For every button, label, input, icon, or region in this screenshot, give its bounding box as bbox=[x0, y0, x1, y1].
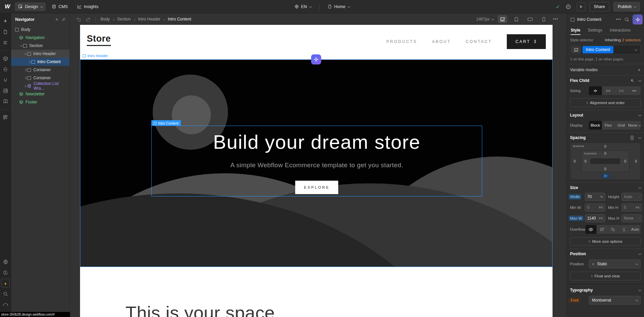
pin-icon[interactable] bbox=[62, 17, 66, 21]
element-options-icon[interactable]: ••• bbox=[616, 17, 621, 22]
design-mode-button[interactable]: Design bbox=[15, 2, 46, 11]
expander-icon[interactable] bbox=[19, 45, 23, 47]
margin-right-value[interactable]: 0 bbox=[635, 159, 637, 163]
breadcrumb-section[interactable]: Section bbox=[117, 17, 130, 21]
sizing-more-option[interactable]: ••• bbox=[628, 86, 641, 95]
cms-button[interactable]: CMS bbox=[48, 2, 71, 11]
breakpoint-tablet-button[interactable] bbox=[512, 15, 521, 23]
font-dropdown[interactable]: Montserrat bbox=[589, 296, 641, 305]
navigator-row-intro-content[interactable]: Intro Content bbox=[11, 58, 70, 66]
publish-button[interactable]: Publish bbox=[613, 2, 640, 11]
libraries-icon[interactable] bbox=[1, 97, 10, 106]
expander-icon[interactable] bbox=[23, 53, 27, 55]
next-section-heading[interactable]: This is your space bbox=[125, 302, 275, 317]
navigator-row-newsletter[interactable]: Newsletter bbox=[11, 90, 70, 98]
padding-left-value[interactable]: 0 bbox=[584, 159, 586, 163]
add-elements-icon[interactable]: + bbox=[1, 17, 10, 26]
tab-settings[interactable]: Settings bbox=[588, 26, 602, 35]
intro-content-selection[interactable]: Intro Content Build your dream store A s… bbox=[151, 126, 482, 196]
zoom-icon[interactable] bbox=[1, 289, 10, 298]
cart-button[interactable]: CART 3 bbox=[507, 34, 546, 49]
navigator-row-intro-header[interactable]: Intro Header bbox=[11, 50, 70, 58]
expander-icon[interactable] bbox=[23, 77, 27, 79]
expander-icon[interactable] bbox=[27, 61, 31, 63]
intro-content-tag[interactable]: Intro Content bbox=[151, 120, 181, 126]
style-selector-input[interactable]: Intro Content bbox=[570, 45, 641, 54]
navigator-row-body[interactable]: Body bbox=[11, 26, 70, 34]
overflow-visible-option[interactable] bbox=[585, 225, 597, 234]
collapse-section-icon[interactable] bbox=[638, 136, 641, 139]
comments-button[interactable] bbox=[564, 2, 573, 11]
components-icon[interactable] bbox=[1, 54, 10, 63]
more-size-options-button[interactable]: More size options bbox=[570, 237, 641, 246]
navigator-row-section[interactable]: Section bbox=[11, 42, 70, 50]
nav-link-about[interactable]: ABOUT bbox=[432, 39, 451, 44]
overflow-scroll-option[interactable] bbox=[618, 225, 630, 234]
navigator-row-collection-list[interactable]: Collection List Wra... bbox=[11, 82, 70, 90]
padding-widget[interactable]: PADDING 0 0 0 0 bbox=[581, 150, 629, 172]
display-none-option[interactable]: None bbox=[628, 121, 641, 130]
variables-icon[interactable] bbox=[1, 76, 10, 84]
float-clear-button[interactable]: Float and clear bbox=[570, 272, 641, 280]
collapse-section-icon[interactable] bbox=[638, 186, 641, 189]
select-parent-icon[interactable] bbox=[630, 79, 635, 83]
collapse-section-icon[interactable] bbox=[638, 288, 641, 291]
overflow-clip-option[interactable] bbox=[608, 225, 619, 234]
pages-icon[interactable] bbox=[1, 28, 10, 36]
tab-style[interactable]: Style bbox=[571, 26, 580, 35]
breadcrumb-intro-header[interactable]: Intro Header bbox=[138, 17, 160, 21]
breadcrumb-intro-content[interactable]: Intro Content bbox=[168, 17, 191, 21]
redo-icon[interactable] bbox=[86, 17, 91, 21]
style-manager-icon[interactable] bbox=[1, 65, 10, 74]
navigator-row-footer[interactable]: Footer bbox=[11, 98, 70, 106]
site-canvas[interactable]: Store PRODUCTS ABOUT CONTACT CART 3 Intr… bbox=[80, 25, 553, 317]
max-height-input[interactable]: None- bbox=[621, 214, 642, 222]
language-switcher[interactable]: EN bbox=[291, 2, 314, 11]
overflow-hidden-option[interactable] bbox=[597, 225, 608, 234]
tab-interactions[interactable]: Interactions bbox=[610, 26, 631, 35]
navigator-row-container-2[interactable]: Container bbox=[11, 74, 70, 82]
collapse-section-icon[interactable] bbox=[638, 79, 641, 82]
expander-icon[interactable] bbox=[23, 85, 27, 87]
padding-top-value[interactable]: 0 bbox=[582, 151, 629, 155]
display-flex-option[interactable]: Flex bbox=[602, 121, 615, 130]
breakpoint-mobile-button[interactable] bbox=[539, 15, 548, 23]
preview-button[interactable] bbox=[577, 2, 585, 11]
display-block-option[interactable]: Block bbox=[589, 121, 602, 130]
settings-gear-icon[interactable] bbox=[1, 257, 10, 266]
page-switcher[interactable]: Home bbox=[325, 2, 353, 11]
add-variable-mode-icon[interactable]: + bbox=[638, 67, 641, 73]
hero-section[interactable]: Intro Content Build your dream store A s… bbox=[80, 59, 553, 267]
ai-assistant-handle[interactable] bbox=[311, 54, 321, 64]
breakpoint-mobile-landscape-button[interactable] bbox=[525, 15, 535, 23]
close-icon[interactable]: × bbox=[55, 17, 58, 22]
inheriting-count[interactable]: 2 selectors bbox=[622, 38, 641, 42]
sizing-grow-option[interactable] bbox=[602, 86, 615, 95]
breakpoint-desktop-button[interactable] bbox=[498, 15, 507, 23]
navigator-row-navigation[interactable]: Navigation bbox=[11, 34, 70, 42]
intro-header-tag[interactable]: Intro Header bbox=[83, 54, 108, 58]
sizing-shrink-option[interactable] bbox=[589, 86, 602, 95]
alignment-order-button[interactable]: Alignment and order bbox=[570, 98, 641, 107]
min-width-input[interactable]: 0PX bbox=[585, 203, 605, 212]
display-grid-option[interactable]: Grid bbox=[615, 121, 628, 130]
explore-button[interactable]: EXPLORE bbox=[295, 181, 338, 194]
selector-pill[interactable]: Intro Content bbox=[582, 46, 613, 53]
create-component-icon[interactable] bbox=[624, 17, 629, 22]
position-dropdown[interactable]: × Static bbox=[589, 260, 641, 268]
margin-bottom-value[interactable]: 20 bbox=[570, 174, 640, 178]
sizing-fixed-option[interactable] bbox=[615, 86, 628, 95]
collapse-section-icon[interactable] bbox=[638, 114, 641, 116]
nav-link-contact[interactable]: CONTACT bbox=[466, 39, 492, 44]
max-width-input[interactable]: 1140PX bbox=[585, 214, 605, 222]
feedback-icon[interactable] bbox=[1, 300, 10, 309]
apps-icon[interactable] bbox=[1, 113, 10, 122]
site-logo[interactable]: Store bbox=[87, 34, 111, 46]
collapse-section-icon[interactable] bbox=[638, 252, 641, 255]
nav-link-products[interactable]: PRODUCTS bbox=[386, 39, 417, 44]
margin-top-value[interactable]: 0 bbox=[570, 144, 640, 148]
navigator-panel-icon[interactable] bbox=[1, 38, 10, 47]
height-input[interactable]: Auto- bbox=[621, 193, 642, 201]
hero-subheading[interactable]: A simple Webflow Ecommerce template to g… bbox=[152, 162, 482, 169]
ai-assistant-button[interactable] bbox=[633, 14, 643, 25]
